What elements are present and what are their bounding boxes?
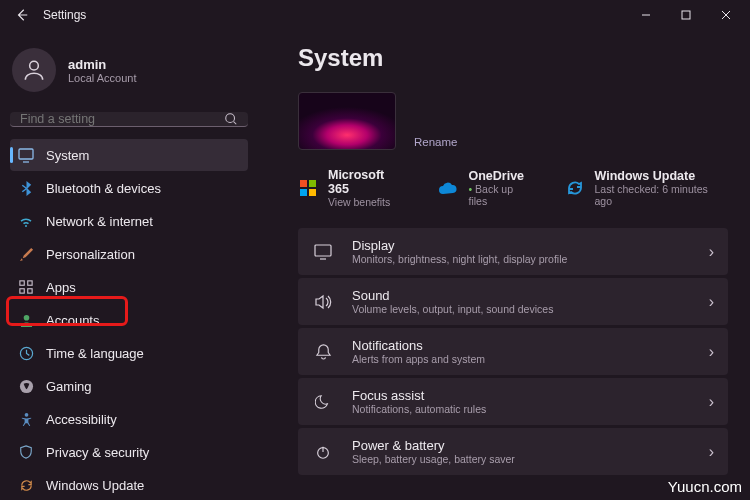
nav-item-network[interactable]: Network & internet (10, 205, 248, 237)
service-sub: Back up files (468, 183, 534, 207)
svg-point-1 (30, 61, 39, 70)
item-sub: Volume levels, output, input, sound devi… (352, 303, 709, 315)
search-input[interactable] (20, 112, 224, 126)
nav-item-system[interactable]: System (10, 139, 248, 171)
svg-rect-4 (20, 281, 24, 285)
item-focus-assist[interactable]: Focus assistNotifications, automatic rul… (298, 378, 728, 425)
back-arrow-icon (15, 8, 29, 22)
moon-icon (312, 394, 334, 410)
content-area: System Rename Microsoft 365View benefits… (258, 30, 750, 500)
rename-link[interactable]: Rename (414, 136, 457, 148)
titlebar: Settings (0, 0, 750, 30)
nav-label: Network & internet (46, 214, 153, 229)
avatar (12, 48, 56, 92)
nav-item-personalization[interactable]: Personalization (10, 238, 248, 270)
microsoft365-icon (298, 178, 318, 198)
item-power-battery[interactable]: Power & batterySleep, battery usage, bat… (298, 428, 728, 475)
nav-label: Privacy & security (46, 445, 149, 460)
clock-icon (18, 345, 34, 361)
close-icon (721, 10, 731, 20)
nav-label: Apps (46, 280, 76, 295)
chevron-right-icon: › (709, 343, 714, 361)
onedrive-icon (438, 178, 458, 198)
svg-rect-16 (315, 245, 331, 256)
nav-label: Time & language (46, 346, 144, 361)
update-sync-icon (565, 178, 585, 198)
maximize-button[interactable] (666, 0, 706, 30)
service-sub: Last checked: 6 minutes ago (595, 183, 729, 207)
svg-rect-13 (309, 180, 316, 187)
user-subtitle: Local Account (68, 72, 137, 84)
user-icon (21, 57, 47, 83)
item-display[interactable]: DisplayMonitors, brightness, night light… (298, 228, 728, 275)
svg-rect-14 (300, 189, 307, 196)
nav-label: Windows Update (46, 478, 144, 493)
wallpaper-preview[interactable] (298, 92, 396, 150)
nav-item-bluetooth[interactable]: Bluetooth & devices (10, 172, 248, 204)
item-title: Notifications (352, 338, 709, 353)
monitor-icon (312, 243, 334, 261)
gaming-icon (18, 378, 34, 394)
system-icon (18, 147, 34, 163)
user-card[interactable]: admin Local Account (10, 30, 248, 108)
watermark: Yuucn.com (668, 478, 742, 495)
bell-icon (312, 343, 334, 360)
page-title: System (298, 44, 728, 72)
svg-rect-15 (309, 189, 316, 196)
bluetooth-icon (18, 180, 34, 196)
service-title: Microsoft 365 (328, 168, 409, 196)
search-icon (224, 112, 238, 126)
nav-item-apps[interactable]: Apps (10, 271, 248, 303)
service-title: Windows Update (595, 169, 729, 183)
item-title: Power & battery (352, 438, 709, 453)
apps-icon (18, 279, 34, 295)
nav-label: Accounts (46, 313, 99, 328)
item-sub: Sleep, battery usage, battery saver (352, 453, 709, 465)
item-title: Focus assist (352, 388, 709, 403)
user-name: admin (68, 57, 137, 72)
nav-item-privacy[interactable]: Privacy & security (10, 436, 248, 468)
maximize-icon (681, 10, 691, 20)
svg-rect-5 (28, 281, 32, 285)
nav-item-time-language[interactable]: Time & language (10, 337, 248, 369)
search-box[interactable] (10, 112, 248, 127)
item-notifications[interactable]: NotificationsAlerts from apps and system… (298, 328, 728, 375)
nav-label: Personalization (46, 247, 135, 262)
nav-item-windows-update[interactable]: Windows Update (10, 469, 248, 500)
service-onedrive[interactable]: OneDriveBack up files (438, 168, 534, 208)
chevron-right-icon: › (709, 293, 714, 311)
nav-item-gaming[interactable]: Gaming (10, 370, 248, 402)
item-sub: Notifications, automatic rules (352, 403, 709, 415)
svg-rect-7 (28, 289, 32, 293)
svg-point-8 (23, 314, 29, 320)
nav-label: Accessibility (46, 412, 117, 427)
nav-list: System Bluetooth & devices Network & int… (10, 139, 248, 500)
brush-icon (18, 246, 34, 262)
settings-list: DisplayMonitors, brightness, night light… (298, 228, 728, 475)
item-sub: Alerts from apps and system (352, 353, 709, 365)
minimize-button[interactable] (626, 0, 666, 30)
nav-item-accessibility[interactable]: Accessibility (10, 403, 248, 435)
item-title: Display (352, 238, 709, 253)
service-microsoft365[interactable]: Microsoft 365View benefits (298, 168, 408, 208)
service-windows-update[interactable]: Windows UpdateLast checked: 6 minutes ag… (565, 168, 729, 208)
window-title: Settings (40, 8, 626, 22)
close-button[interactable] (706, 0, 746, 30)
svg-rect-0 (682, 11, 690, 19)
service-sub: View benefits (328, 196, 409, 208)
nav-item-accounts[interactable]: Accounts (10, 304, 248, 336)
minimize-icon (641, 10, 651, 20)
service-title: OneDrive (468, 169, 534, 183)
person-icon (18, 312, 34, 328)
item-sound[interactable]: SoundVolume levels, output, input, sound… (298, 278, 728, 325)
svg-point-2 (226, 114, 235, 123)
svg-rect-3 (19, 149, 33, 159)
chevron-right-icon: › (709, 393, 714, 411)
update-icon (18, 477, 34, 493)
power-icon (312, 444, 334, 460)
chevron-right-icon: › (709, 443, 714, 461)
item-title: Sound (352, 288, 709, 303)
wifi-icon (18, 213, 34, 229)
sidebar: admin Local Account System Bluetooth & d… (0, 30, 258, 500)
back-button[interactable] (4, 0, 40, 30)
